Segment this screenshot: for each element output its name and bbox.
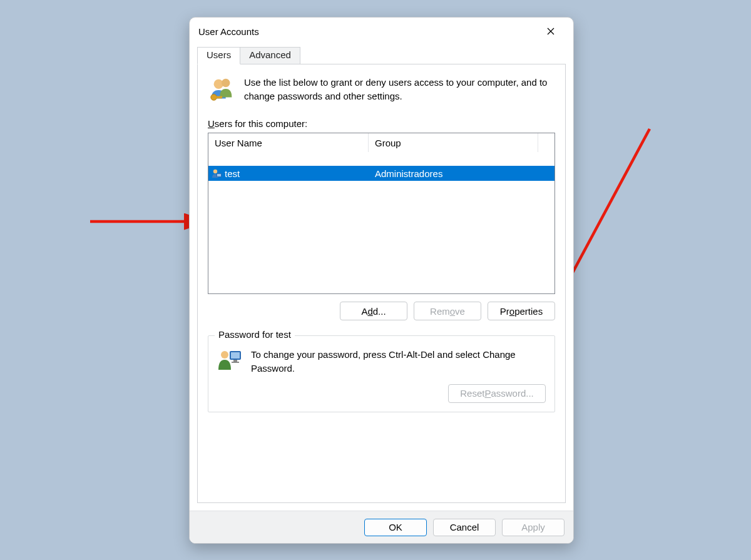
ok-button[interactable]: OK <box>364 519 427 536</box>
intro-text: Use the list below to grant or deny user… <box>244 76 555 103</box>
titlebar: User Accounts <box>190 18 573 45</box>
password-group: Password for test To change your passwor… <box>208 335 555 412</box>
password-text: To change your password, press Ctrl-Alt-… <box>251 346 546 375</box>
cancel-button[interactable]: Cancel <box>433 519 496 536</box>
close-button[interactable] <box>537 21 565 41</box>
user-name-value: test <box>225 168 240 179</box>
users-keys-icon <box>208 76 237 104</box>
remove-button[interactable]: Remove <box>414 302 481 320</box>
column-group[interactable]: Group <box>369 133 538 152</box>
users-button-row: Add... Remove Properties <box>208 302 555 320</box>
users-list-label: Users for this computer: <box>208 118 555 129</box>
tabbar: Users Advanced <box>197 46 573 64</box>
svg-rect-10 <box>217 174 221 176</box>
tab-users[interactable]: Users <box>197 47 240 64</box>
svg-rect-14 <box>232 362 239 363</box>
svg-point-8 <box>213 170 217 173</box>
user-row-test[interactable]: test Administradores <box>208 166 554 181</box>
user-monitor-icon <box>217 346 243 372</box>
password-group-legend: Password for test <box>215 329 295 340</box>
svg-point-5 <box>222 79 230 87</box>
intro-block: Use the list below to grant or deny user… <box>208 76 555 104</box>
users-list-header: User Name Group <box>208 133 554 152</box>
svg-point-6 <box>211 94 217 101</box>
user-account-icon <box>211 168 222 179</box>
properties-button[interactable]: Properties <box>488 302 555 320</box>
svg-point-15 <box>221 351 228 359</box>
svg-rect-13 <box>233 360 237 362</box>
user-accounts-dialog: User Accounts Users Advanced Use the lis… <box>189 17 574 544</box>
tab-advanced[interactable]: Advanced <box>240 47 300 64</box>
close-icon <box>547 28 554 35</box>
reset-password-button[interactable]: Reset Password... <box>448 384 546 403</box>
column-username[interactable]: User Name <box>208 133 369 152</box>
users-list: User Name Group test Administr <box>208 133 555 294</box>
dialog-title: User Accounts <box>198 26 259 37</box>
tab-panel-users: Use the list below to grant or deny user… <box>197 64 566 503</box>
svg-rect-12 <box>231 352 240 359</box>
users-list-body[interactable]: test Administradores <box>208 152 554 294</box>
dialog-button-row: OK Cancel Apply <box>190 511 573 543</box>
add-button[interactable]: Add... <box>340 302 407 320</box>
svg-rect-7 <box>216 96 222 99</box>
apply-button[interactable]: Apply <box>502 519 565 536</box>
user-group-value: Administradores <box>369 168 554 179</box>
column-end <box>538 133 554 152</box>
